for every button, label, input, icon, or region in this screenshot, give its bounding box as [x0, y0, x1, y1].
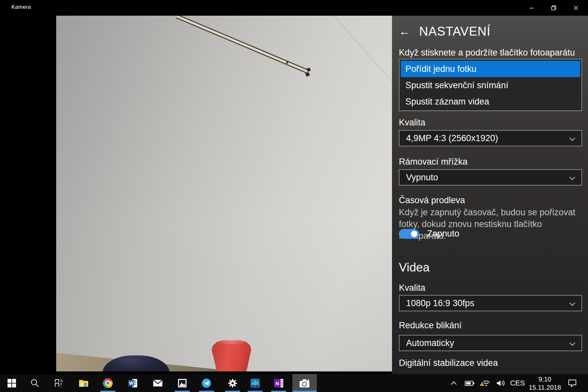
network-indicator[interactable] — [478, 374, 492, 392]
chrome-icon — [103, 378, 113, 388]
close-icon — [573, 5, 579, 10]
telegram-button[interactable] — [199, 374, 214, 392]
stabilization-label: Digitální stabilizace videa — [399, 358, 498, 368]
tray-date: 15.11.2018 — [529, 384, 561, 392]
file-explorer-icon — [79, 379, 89, 387]
camera-button-label: Když stisknete a podržíte tlačítko fotoa… — [399, 48, 575, 58]
tray-time: 9:10 — [529, 375, 561, 384]
language-indicator[interactable]: CES — [509, 374, 526, 392]
chevron-down-icon — [569, 302, 576, 306]
word-icon: W — [128, 378, 138, 388]
settings-title: NASTAVENÍ — [419, 24, 491, 39]
battery-icon — [465, 380, 475, 386]
framing-grid-dropdown[interactable]: Vypnuto — [399, 169, 582, 186]
gear-icon — [228, 379, 237, 388]
flicker-label: Redukce blikání — [399, 320, 462, 331]
file-explorer-button[interactable] — [76, 374, 91, 392]
restore-icon — [551, 5, 556, 10]
close-button[interactable] — [565, 0, 587, 16]
rail-end-knob — [306, 68, 311, 72]
taskbar: W — [0, 374, 588, 392]
window-title: Kamera — [11, 4, 31, 10]
time-lapse-toggle-row: Zapnuto — [399, 229, 459, 239]
chevron-down-icon — [569, 176, 576, 180]
action-center-button[interactable] — [566, 374, 579, 392]
onenote-letter: N — [276, 381, 279, 386]
money-app-button[interactable] — [247, 374, 263, 392]
framing-grid-value: Vypnuto — [406, 172, 438, 183]
search-icon — [30, 379, 39, 387]
word-letter: W — [129, 381, 134, 386]
camera-app-window: Kamera ← — [0, 0, 588, 392]
toggle-knob — [411, 231, 417, 237]
restore-button[interactable] — [543, 0, 565, 16]
photos-icon — [178, 379, 187, 388]
battery-indicator[interactable] — [463, 374, 476, 392]
task-view-icon — [54, 379, 63, 388]
settings-header: ← NASTAVENÍ — [399, 22, 491, 41]
camera-app-button[interactable] — [292, 374, 317, 392]
minimize-icon — [529, 6, 534, 10]
back-button[interactable]: ← — [399, 25, 411, 37]
camera-preview — [56, 16, 392, 371]
photo-quality-label: Kvalita — [399, 118, 425, 128]
mail-button[interactable] — [150, 374, 166, 392]
photo-quality-dropdown[interactable]: 4,9MP 4:3 (2560x1920) — [399, 130, 582, 146]
wall-corner — [332, 16, 392, 85]
chevron-down-icon — [569, 342, 576, 346]
tray-overflow-button[interactable] — [449, 374, 459, 392]
video-section-heading: Videa — [399, 261, 430, 274]
money-chart-icon — [250, 378, 260, 388]
volume-indicator[interactable] — [494, 374, 507, 392]
settings-button[interactable] — [225, 374, 240, 392]
title-bar: Kamera — [0, 0, 588, 16]
task-view-button[interactable] — [51, 374, 67, 392]
flicker-value: Automaticky — [406, 338, 454, 348]
photo-quality-value: 4,9MP 4:3 (2560x1920) — [406, 133, 498, 143]
telegram-icon — [202, 378, 211, 388]
start-button[interactable] — [4, 374, 20, 392]
rail-end-knob — [305, 72, 310, 76]
photos-button[interactable] — [174, 374, 190, 392]
video-quality-value: 1080p 16:9 30fps — [406, 298, 474, 308]
option-video-record[interactable]: Spustit záznam videa — [401, 93, 580, 110]
notification-icon — [568, 379, 577, 387]
time-lapse-state: Zapnuto — [427, 229, 459, 239]
search-button[interactable] — [27, 374, 42, 392]
option-photo-burst[interactable]: Spustit sekvenční snímání — [401, 77, 580, 93]
mail-icon — [153, 379, 163, 387]
chrome-button[interactable] — [100, 374, 116, 392]
flicker-dropdown[interactable]: Automaticky — [399, 335, 582, 351]
chevron-down-icon — [569, 137, 576, 141]
speaker-icon — [496, 379, 505, 387]
chevron-up-icon — [450, 381, 457, 385]
language-code: CES — [510, 379, 525, 387]
onenote-button[interactable]: N — [271, 374, 286, 392]
camera-icon — [299, 379, 310, 388]
clock-indicator[interactable]: 9:10 15.11.2018 — [525, 374, 565, 392]
wifi-warning-icon — [480, 379, 491, 387]
onenote-icon: N — [274, 378, 284, 388]
time-lapse-toggle[interactable] — [399, 229, 419, 239]
time-lapse-title: Časová prodleva — [399, 195, 465, 205]
settings-panel: ← NASTAVENÍ Když stisknete a podržíte tl… — [392, 16, 588, 374]
minimize-button[interactable] — [520, 0, 543, 16]
curtain-rail — [176, 16, 309, 74]
framing-grid-label: Rámovací mřížka — [399, 157, 467, 167]
word-button[interactable]: W — [125, 374, 141, 392]
video-quality-dropdown[interactable]: 1080p 16:9 30fps — [399, 295, 582, 311]
option-single-photo[interactable]: Pořídit jednu fotku — [401, 61, 580, 77]
rail-bracket — [286, 61, 288, 64]
camera-button-listbox: Pořídit jednu fotku Spustit sekvenční sn… — [399, 59, 582, 111]
windows-logo-icon — [7, 379, 16, 388]
red-cup — [212, 340, 251, 371]
video-quality-label: Kvalita — [399, 283, 425, 293]
